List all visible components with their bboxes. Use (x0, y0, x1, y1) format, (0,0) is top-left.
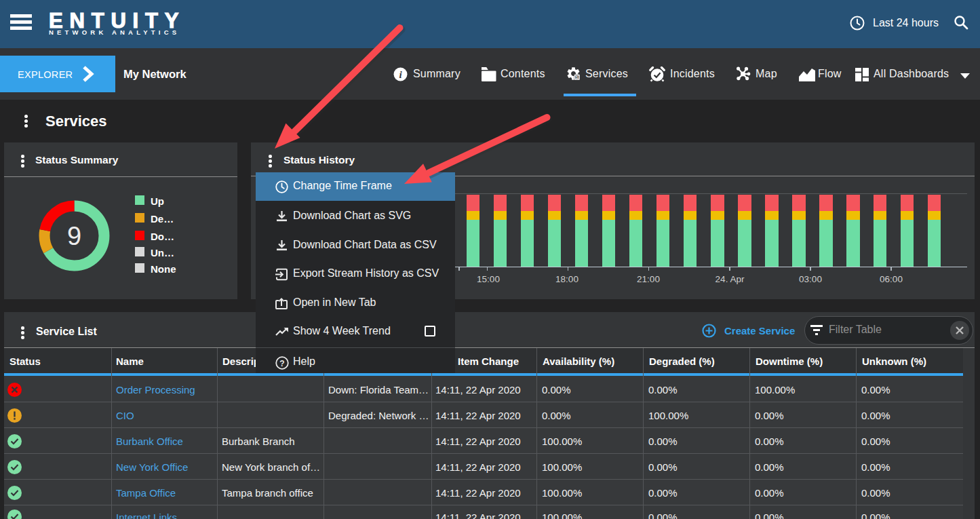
svg-text:9: 9 (67, 222, 81, 250)
svg-text:S: S (576, 75, 579, 79)
svg-text:?: ? (279, 358, 284, 368)
